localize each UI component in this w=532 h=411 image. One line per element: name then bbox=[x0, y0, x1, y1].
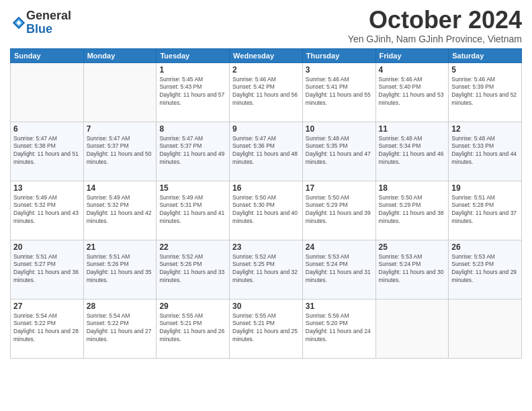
calendar-cell: 8Sunrise: 5:47 AMSunset: 5:37 PMDaylight… bbox=[157, 122, 230, 181]
calendar-cell: 25Sunrise: 5:53 AMSunset: 5:24 PMDayligh… bbox=[375, 240, 449, 299]
day-info: Sunrise: 5:54 AMSunset: 5:22 PMDaylight:… bbox=[13, 312, 81, 345]
day-number: 5 bbox=[451, 65, 519, 75]
day-info: Sunrise: 5:53 AMSunset: 5:23 PMDaylight:… bbox=[451, 253, 519, 285]
day-info: Sunrise: 5:48 AMSunset: 5:35 PMDaylight:… bbox=[306, 135, 373, 167]
calendar-cell: 16Sunrise: 5:50 AMSunset: 5:30 PMDayligh… bbox=[230, 181, 303, 240]
calendar-cell: 6Sunrise: 5:47 AMSunset: 5:38 PMDaylight… bbox=[11, 122, 84, 181]
day-info: Sunrise: 5:45 AMSunset: 5:43 PMDaylight:… bbox=[159, 76, 226, 108]
calendar-cell: 31Sunrise: 5:56 AMSunset: 5:20 PMDayligh… bbox=[302, 299, 375, 358]
day-number: 18 bbox=[379, 183, 446, 193]
logo-text: General Blue bbox=[26, 9, 71, 36]
day-number: 16 bbox=[232, 183, 300, 193]
day-info: Sunrise: 5:47 AMSunset: 5:37 PMDaylight:… bbox=[87, 135, 154, 167]
calendar-cell: 4Sunrise: 5:46 AMSunset: 5:40 PMDaylight… bbox=[375, 62, 449, 122]
day-number: 13 bbox=[13, 183, 81, 193]
header-row: SundayMondayTuesdayWednesdayThursdayFrid… bbox=[11, 48, 522, 62]
day-number: 3 bbox=[306, 65, 373, 75]
title-area: October 2024 Yen GJinh, Nam GJinh Provin… bbox=[348, 7, 522, 44]
day-info: Sunrise: 5:50 AMSunset: 5:29 PMDaylight:… bbox=[379, 194, 446, 226]
day-number: 7 bbox=[87, 124, 154, 134]
day-number: 14 bbox=[87, 183, 154, 193]
calendar-cell: 23Sunrise: 5:52 AMSunset: 5:25 PMDayligh… bbox=[230, 240, 303, 299]
day-number: 21 bbox=[87, 242, 154, 252]
calendar-cell: 26Sunrise: 5:53 AMSunset: 5:23 PMDayligh… bbox=[449, 240, 522, 299]
calendar-cell: 30Sunrise: 5:55 AMSunset: 5:21 PMDayligh… bbox=[230, 299, 303, 358]
calendar-cell bbox=[449, 299, 522, 358]
calendar-cell: 15Sunrise: 5:49 AMSunset: 5:31 PMDayligh… bbox=[157, 181, 230, 240]
day-info: Sunrise: 5:48 AMSunset: 5:34 PMDaylight:… bbox=[379, 135, 446, 167]
day-info: Sunrise: 5:49 AMSunset: 5:32 PMDaylight:… bbox=[87, 194, 154, 226]
day-info: Sunrise: 5:51 AMSunset: 5:28 PMDaylight:… bbox=[451, 194, 519, 226]
column-header-thursday: Thursday bbox=[302, 48, 375, 62]
calendar-cell: 14Sunrise: 5:49 AMSunset: 5:32 PMDayligh… bbox=[83, 181, 157, 240]
day-info: Sunrise: 5:46 AMSunset: 5:40 PMDaylight:… bbox=[379, 76, 446, 108]
day-info: Sunrise: 5:50 AMSunset: 5:30 PMDaylight:… bbox=[232, 194, 300, 226]
day-number: 31 bbox=[306, 302, 373, 311]
column-header-sunday: Sunday bbox=[11, 48, 84, 62]
week-row-4: 20Sunrise: 5:51 AMSunset: 5:27 PMDayligh… bbox=[11, 240, 522, 299]
logo-icon bbox=[11, 15, 26, 30]
week-row-2: 6Sunrise: 5:47 AMSunset: 5:38 PMDaylight… bbox=[11, 122, 522, 181]
page: General Blue October 2024 Yen GJinh, Nam… bbox=[0, 0, 532, 411]
subtitle: Yen GJinh, Nam GJinh Province, Vietnam bbox=[348, 34, 522, 44]
day-number: 10 bbox=[306, 124, 373, 134]
column-header-tuesday: Tuesday bbox=[157, 48, 230, 62]
day-number: 6 bbox=[13, 124, 81, 134]
day-info: Sunrise: 5:53 AMSunset: 5:24 PMDaylight:… bbox=[379, 253, 446, 285]
column-header-wednesday: Wednesday bbox=[230, 48, 303, 62]
day-info: Sunrise: 5:55 AMSunset: 5:21 PMDaylight:… bbox=[159, 312, 226, 345]
day-number: 30 bbox=[232, 302, 300, 311]
day-number: 27 bbox=[13, 302, 81, 311]
day-number: 1 bbox=[159, 65, 226, 75]
month-title: October 2024 bbox=[348, 7, 522, 34]
calendar-cell: 3Sunrise: 5:46 AMSunset: 5:41 PMDaylight… bbox=[302, 62, 375, 122]
day-number: 19 bbox=[451, 183, 519, 193]
day-info: Sunrise: 5:52 AMSunset: 5:25 PMDaylight:… bbox=[232, 253, 300, 285]
day-number: 22 bbox=[159, 242, 226, 252]
week-row-5: 27Sunrise: 5:54 AMSunset: 5:22 PMDayligh… bbox=[11, 299, 522, 358]
calendar-cell: 21Sunrise: 5:51 AMSunset: 5:26 PMDayligh… bbox=[83, 240, 157, 299]
day-number: 9 bbox=[232, 124, 300, 134]
calendar-cell: 19Sunrise: 5:51 AMSunset: 5:28 PMDayligh… bbox=[449, 181, 522, 240]
day-number: 23 bbox=[232, 242, 300, 252]
calendar-cell: 28Sunrise: 5:54 AMSunset: 5:22 PMDayligh… bbox=[83, 299, 157, 358]
day-number: 29 bbox=[159, 302, 226, 311]
day-number: 15 bbox=[159, 183, 226, 193]
day-info: Sunrise: 5:53 AMSunset: 5:24 PMDaylight:… bbox=[306, 253, 373, 285]
day-number: 25 bbox=[379, 242, 446, 252]
day-number: 8 bbox=[159, 124, 226, 134]
calendar-cell: 27Sunrise: 5:54 AMSunset: 5:22 PMDayligh… bbox=[11, 299, 84, 358]
calendar-cell: 13Sunrise: 5:49 AMSunset: 5:32 PMDayligh… bbox=[11, 181, 84, 240]
calendar-cell: 29Sunrise: 5:55 AMSunset: 5:21 PMDayligh… bbox=[157, 299, 230, 358]
calendar-cell: 7Sunrise: 5:47 AMSunset: 5:37 PMDaylight… bbox=[83, 122, 157, 181]
day-info: Sunrise: 5:51 AMSunset: 5:26 PMDaylight:… bbox=[87, 253, 154, 285]
logo-general: General bbox=[26, 9, 71, 22]
calendar-cell: 10Sunrise: 5:48 AMSunset: 5:35 PMDayligh… bbox=[302, 122, 375, 181]
calendar-cell: 1Sunrise: 5:45 AMSunset: 5:43 PMDaylight… bbox=[157, 62, 230, 122]
calendar-cell: 11Sunrise: 5:48 AMSunset: 5:34 PMDayligh… bbox=[375, 122, 449, 181]
calendar-cell: 12Sunrise: 5:48 AMSunset: 5:33 PMDayligh… bbox=[449, 122, 522, 181]
day-info: Sunrise: 5:47 AMSunset: 5:38 PMDaylight:… bbox=[13, 135, 81, 167]
day-info: Sunrise: 5:55 AMSunset: 5:21 PMDaylight:… bbox=[232, 312, 300, 345]
logo-blue: Blue bbox=[26, 22, 52, 36]
day-number: 28 bbox=[87, 302, 154, 311]
day-info: Sunrise: 5:48 AMSunset: 5:33 PMDaylight:… bbox=[451, 135, 519, 167]
day-info: Sunrise: 5:47 AMSunset: 5:37 PMDaylight:… bbox=[159, 135, 226, 167]
calendar-cell: 18Sunrise: 5:50 AMSunset: 5:29 PMDayligh… bbox=[375, 181, 449, 240]
calendar-cell: 20Sunrise: 5:51 AMSunset: 5:27 PMDayligh… bbox=[11, 240, 84, 299]
day-info: Sunrise: 5:49 AMSunset: 5:31 PMDaylight:… bbox=[159, 194, 226, 226]
calendar-cell: 17Sunrise: 5:50 AMSunset: 5:29 PMDayligh… bbox=[302, 181, 375, 240]
day-number: 11 bbox=[379, 124, 446, 134]
calendar-cell bbox=[375, 299, 449, 358]
day-info: Sunrise: 5:49 AMSunset: 5:32 PMDaylight:… bbox=[13, 194, 81, 226]
day-number: 2 bbox=[232, 65, 300, 75]
day-number: 24 bbox=[306, 242, 373, 252]
day-number: 26 bbox=[451, 242, 519, 252]
day-info: Sunrise: 5:46 AMSunset: 5:42 PMDaylight:… bbox=[232, 76, 300, 108]
day-info: Sunrise: 5:52 AMSunset: 5:26 PMDaylight:… bbox=[159, 253, 226, 285]
calendar-cell bbox=[11, 62, 84, 122]
day-number: 4 bbox=[379, 65, 446, 75]
calendar-cell: 22Sunrise: 5:52 AMSunset: 5:26 PMDayligh… bbox=[157, 240, 230, 299]
day-info: Sunrise: 5:50 AMSunset: 5:29 PMDaylight:… bbox=[306, 194, 373, 226]
calendar-cell: 24Sunrise: 5:53 AMSunset: 5:24 PMDayligh… bbox=[302, 240, 375, 299]
